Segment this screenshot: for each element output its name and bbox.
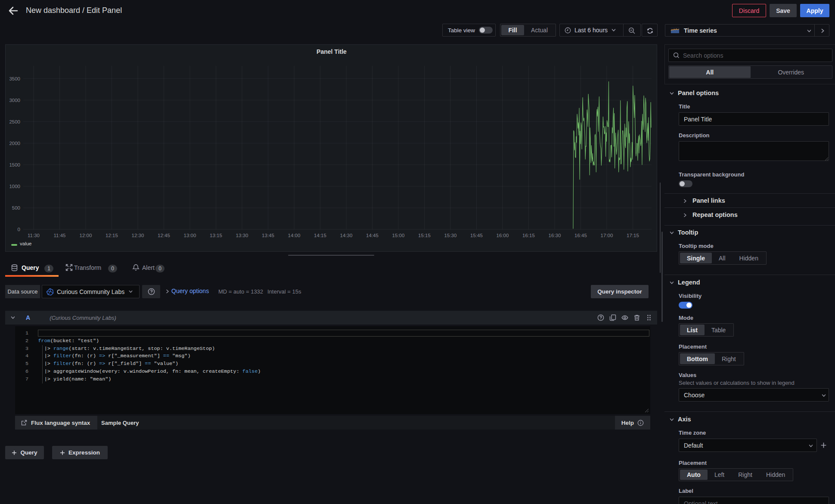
svg-text:13:00: 13:00 [184,233,196,238]
svg-text:15:30: 15:30 [444,233,457,238]
svg-text:3500: 3500 [9,76,20,81]
svg-text:16:15: 16:15 [522,233,535,238]
svg-text:11:45: 11:45 [54,233,66,238]
svg-text:12:00: 12:00 [80,233,92,238]
svg-text:2000: 2000 [9,141,20,146]
svg-text:0: 0 [18,227,20,232]
svg-text:12:15: 12:15 [106,233,118,238]
svg-text:2500: 2500 [9,119,20,124]
svg-text:500: 500 [12,205,20,210]
svg-text:14:00: 14:00 [288,233,301,238]
svg-text:15:45: 15:45 [470,233,483,238]
svg-text:15:15: 15:15 [418,233,431,238]
svg-text:17:15: 17:15 [627,233,639,238]
svg-text:1000: 1000 [9,184,20,189]
svg-text:16:45: 16:45 [574,233,587,238]
svg-text:12:45: 12:45 [158,233,170,238]
svg-text:15:00: 15:00 [392,233,405,238]
svg-text:11:30: 11:30 [28,233,40,238]
svg-text:13:45: 13:45 [262,233,274,238]
svg-text:14:15: 14:15 [314,233,326,238]
svg-text:13:15: 13:15 [210,233,222,238]
svg-text:17:00: 17:00 [601,233,613,238]
svg-text:14:30: 14:30 [340,233,353,238]
svg-text:14:45: 14:45 [366,233,379,238]
svg-text:3000: 3000 [9,98,20,103]
svg-text:12:30: 12:30 [132,233,144,238]
svg-text:16:30: 16:30 [549,233,561,238]
svg-text:16:00: 16:00 [497,233,509,238]
svg-text:13:30: 13:30 [236,233,248,238]
svg-text:1500: 1500 [9,162,20,167]
